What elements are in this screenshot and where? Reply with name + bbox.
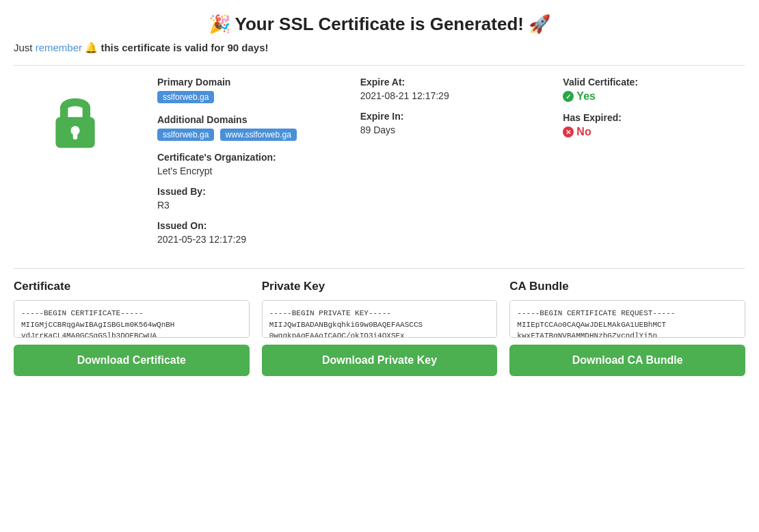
organization-group: Certificate's Organization: Let's Encryp… [157,152,340,176]
valid-cert-text: Yes [576,90,596,103]
ca-bundle-col-title: CA Bundle [509,280,745,293]
issued-on-label: Issued On: [157,220,340,231]
certificate-col: Certificate -----BEGIN CERTIFICATE----- … [14,280,250,376]
svg-rect-2 [73,131,78,139]
ca-bundle-col: CA Bundle -----BEGIN CERTIFICATE REQUEST… [509,280,745,376]
check-circle-icon: ✓ [563,91,574,102]
primary-domain-tag: sslforweb.ga [157,91,214,103]
expire-at-group: Expire At: 2021-08-21 12:17:29 [360,77,543,101]
cert-meta: Primary Domain sslforweb.ga Additional D… [157,77,745,254]
download-certificate-button[interactable]: Download Certificate [14,345,250,376]
page-title: 🎉 Your SSL Certificate is Generated! 🚀 [14,14,745,35]
additional-domains-group: Additional Domains sslforweb.ga www.sslf… [157,114,340,142]
subtitle-bell: 🔔 [85,42,98,53]
valid-cert-label: Valid Certificate: [563,77,745,88]
subtitle: Just remember 🔔 this certificate is vali… [14,42,745,54]
valid-cert-value: ✓ Yes [563,90,745,103]
issued-by-value: R3 [157,200,340,211]
x-circle-icon: ✕ [563,127,574,137]
cert-meta-col-1: Primary Domain sslforweb.ga Additional D… [157,77,340,254]
additional-domain-tag-1: sslforweb.ga [157,129,214,141]
ca-bundle-textarea[interactable]: -----BEGIN CERTIFICATE REQUEST----- MIIE… [509,300,745,338]
additional-domain-tags: sslforweb.ga www.sslforweb.ga [157,128,340,142]
cert-info-section: Primary Domain sslforweb.ga Additional D… [14,77,745,254]
subtitle-suffix: this certificate is valid for 90 days! [98,42,268,53]
download-ca-bundle-button[interactable]: Download CA Bundle [509,345,745,376]
certificate-textarea[interactable]: -----BEGIN CERTIFICATE----- MIIGMjCCBRqg… [14,300,250,338]
private-key-col: Private Key -----BEGIN PRIVATE KEY----- … [262,280,498,376]
has-expired-value: ✕ No [563,126,745,138]
expire-in-value: 89 Days [360,124,543,135]
remember-link[interactable]: remember [36,42,82,53]
expire-at-value: 2021-08-21 12:17:29 [360,90,543,101]
additional-domains-label: Additional Domains [157,114,340,125]
cert-downloads-section: Certificate -----BEGIN CERTIFICATE----- … [14,280,745,376]
download-private-key-button[interactable]: Download Private Key [262,345,498,376]
lock-icon [44,90,106,152]
organization-value: Let's Encrypt [157,165,340,176]
organization-label: Certificate's Organization: [157,152,340,163]
lock-icon-container [14,77,137,165]
valid-cert-group: Valid Certificate: ✓ Yes [563,77,745,103]
primary-domain-label: Primary Domain [157,77,340,88]
primary-domain-group: Primary Domain sslforweb.ga [157,77,340,105]
additional-domain-tag-2: www.sslforweb.ga [220,129,297,141]
has-expired-label: Has Expired: [563,112,745,123]
bottom-divider [14,268,745,269]
issued-by-group: Issued By: R3 [157,186,340,211]
expire-in-group: Expire In: 89 Days [360,111,543,135]
cert-columns: Certificate -----BEGIN CERTIFICATE----- … [14,280,745,376]
cert-meta-col-2: Expire At: 2021-08-21 12:17:29 Expire In… [360,77,543,254]
issued-on-group: Issued On: 2021-05-23 12:17:29 [157,220,340,245]
primary-domain-tags: sslforweb.ga [157,90,340,105]
certificate-col-title: Certificate [14,280,250,293]
expire-in-label: Expire In: [360,111,543,122]
expire-at-label: Expire At: [360,77,543,88]
top-divider [14,65,745,66]
subtitle-prefix: Just [14,42,36,53]
has-expired-text: No [576,126,591,138]
cert-meta-col-3: Valid Certificate: ✓ Yes Has Expired: ✕ … [563,77,745,254]
issued-on-value: 2021-05-23 12:17:29 [157,234,340,245]
issued-by-label: Issued By: [157,186,340,197]
private-key-textarea[interactable]: -----BEGIN PRIVATE KEY----- MIIJQwIBADAN… [262,300,498,338]
private-key-col-title: Private Key [262,280,498,293]
has-expired-group: Has Expired: ✕ No [563,112,745,138]
